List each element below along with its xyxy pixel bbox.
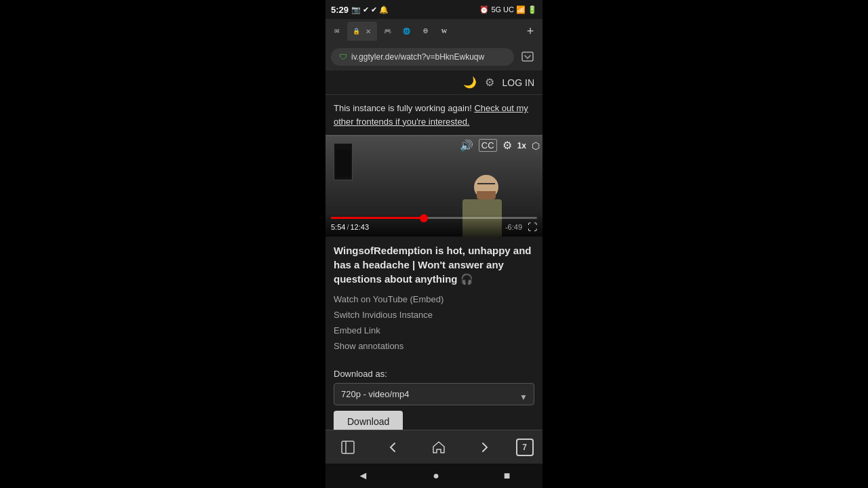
system-recents-button[interactable]: ■ [504,470,511,482]
tab-current[interactable]: 🔒 ✕ [347,22,377,41]
forward-button[interactable] [471,434,498,461]
tab-5[interactable]: ϴ [416,22,434,41]
video-bottom-controls: 5:54 / 12:43 -6:49 ⛶ [326,214,542,237]
notice-banner: This instance is fully working again! Ch… [326,95,542,136]
tab-3[interactable]: 🎮 [378,22,396,41]
gmail-favicon: ✉ [332,26,342,36]
progress-thumb [420,214,428,222]
progress-fill [331,217,424,219]
status-time: 5:29 [331,5,349,15]
login-link[interactable]: LOG IN [502,77,534,88]
dark-mode-icon[interactable]: 🌙 [463,76,477,89]
switch-instance-link[interactable]: Switch Invidious Instance [334,310,534,320]
url-text: iv.ggtyler.dev/watch?v=bHknEwkuqw [351,52,506,62]
fullscreen-button[interactable]: ⛶ [528,222,537,232]
camera-icon: 📷 [351,5,361,14]
system-nav-bar: ◄ ● ■ [326,464,542,488]
page-topbar: 🌙 ⚙ LOG IN [326,70,542,95]
video-thumbnail[interactable]: 🔊 CC ⚙ 1x ⬡ 5:54 / [326,136,542,237]
download-button[interactable]: Download [334,411,403,430]
tab4-favicon: 🌐 [401,26,411,36]
captions-button[interactable]: CC [479,139,497,152]
download-select-wrapper: 720p - video/mp4 480p - video/mp4 360p -… [334,383,534,411]
notification-icon: 🔔 [379,5,389,14]
watch-on-youtube-link[interactable]: Watch on YouTube (Embed) [334,294,534,304]
status-right-icons: ⏰ 5G UC 📶 🔋 [479,5,537,14]
tab-gmail[interactable]: ✉ [328,22,346,41]
progress-bar[interactable] [331,217,537,219]
tab-6[interactable]: W [435,22,453,41]
tab5-favicon: ϴ [420,26,430,36]
carrier-label: UC [503,5,514,14]
tabs-count-button[interactable]: 7 [516,439,534,456]
system-back-button[interactable]: ◄ [357,470,368,482]
video-top-controls: 🔊 CC ⚙ 1x ⬡ [460,139,540,152]
video-settings-button[interactable]: ⚙ [502,139,512,152]
check-icon-1: ✔ [363,5,369,14]
home-button[interactable] [425,434,452,461]
download-format-select[interactable]: 720p - video/mp4 480p - video/mp4 360p -… [334,383,534,405]
page-content: 🌙 ⚙ LOG IN This instance is fully workin… [326,70,542,430]
tab6-favicon: W [439,26,449,36]
browser-tabs-bar: ✉ 🔒 ✕ 🎮 🌐 ϴ W + [326,19,542,43]
video-container: 🔊 CC ⚙ 1x ⬡ 5:54 / [326,136,542,237]
signal-bars-icon: 📶 [516,5,526,14]
download-section: Download as: 720p - video/mp4 480p - vid… [326,363,542,430]
battery-icon: 🔋 [528,5,537,14]
tab-close-button[interactable]: ✕ [363,26,373,36]
mute-button[interactable]: 🔊 [460,139,473,152]
address-bar: 🛡 iv.ggtyler.dev/watch?v=bHknEwkuqw [326,43,542,70]
speed-button[interactable]: 1x [517,141,526,150]
add-tab-button[interactable]: + [521,22,540,41]
svg-rect-0 [522,52,533,61]
browser-nav-bar: 7 [326,430,542,464]
time-row: 5:54 / 12:43 -6:49 ⛶ [331,222,537,232]
sidebar-panel-button[interactable] [334,434,361,461]
current-time: 5:54 [331,223,345,231]
total-time: 12:43 [350,223,369,231]
show-annotations-link[interactable]: Show annotations [334,341,534,351]
url-input[interactable]: 🛡 iv.ggtyler.dev/watch?v=bHknEwkuqw [331,48,514,66]
status-bar: 5:29 📷 ✔ ✔ 🔔 ⏰ 5G UC 📶 🔋 [326,0,542,19]
system-home-button[interactable]: ● [433,470,439,482]
share-button[interactable]: ⬡ [532,140,540,151]
svg-rect-1 [342,441,354,453]
download-label: Download as: [334,369,534,379]
status-icons: 📷 ✔ ✔ 🔔 [351,5,389,14]
video-info: WingsofRedemption is hot, unhappy and ha… [326,237,542,363]
alarm-icon: ⏰ [479,5,489,14]
current-tab-favicon: 🔒 [351,26,361,36]
video-title: WingsofRedemption is hot, unhappy and ha… [334,243,534,286]
tab-4[interactable]: 🌐 [397,22,415,41]
back-button[interactable] [380,434,407,461]
pocket-button[interactable] [518,47,537,66]
settings-icon[interactable]: ⚙ [485,76,494,89]
notice-text: This instance is fully working again! Ch… [334,103,528,127]
tab3-favicon: 🎮 [382,26,392,36]
signal-label: 5G [491,5,501,14]
doorframe [336,150,351,177]
embed-link[interactable]: Embed Link [334,325,534,336]
secure-shield-icon: 🛡 [339,52,347,62]
check-icon-2: ✔ [371,5,377,14]
remaining-time: -6:49 [505,223,522,231]
